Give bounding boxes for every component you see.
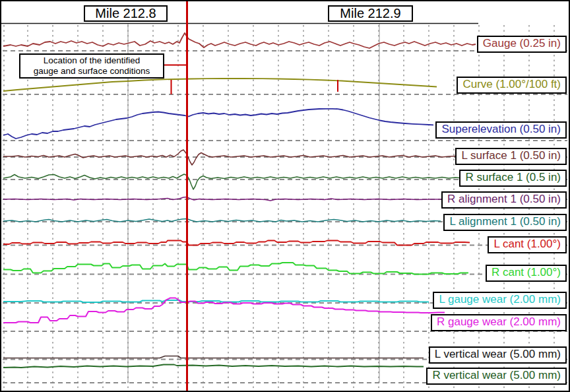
trace-superelevation	[3, 109, 433, 139]
track-geometry-chart: Mile 212.8 Mile 212.9 Location of the id…	[0, 0, 570, 392]
trace-r_vertical_wear	[3, 365, 424, 368]
annotation-box: Location of the identified gauge and sur…	[19, 53, 164, 79]
mile-section-label-left: Mile 212.8	[84, 5, 168, 22]
series-label-l_cant: L cant (1.00°)	[488, 236, 567, 253]
series-label-r_alignment_1: R alignment 1 (0.50 in)	[441, 191, 567, 209]
mile-right-text: Mile 212.9	[340, 6, 400, 21]
series-label-gauge: Gauge (0.25 in)	[477, 36, 567, 53]
mile-section-label-right: Mile 212.9	[328, 5, 413, 22]
mile-left-text: Mile 212.8	[95, 6, 156, 21]
trace-l_vertical_wear	[3, 356, 424, 358]
series-label-r_vertical_wear: R vertical wear (5.00 mm)	[426, 368, 567, 385]
series-label-l_alignment_1: L alignment 1 (0.50 in)	[443, 214, 567, 231]
series-label-r_surface_1: R surface 1 (0.5 in)	[459, 170, 567, 187]
trace-r_alignment_1	[3, 197, 442, 201]
series-label-r_cant: R cant (1.00°)	[486, 265, 567, 282]
series-label-l_surface_1: L surface 1 (0.50 in)	[455, 148, 567, 165]
trace-l_gauge_wear	[3, 300, 429, 302]
trace-r_cant	[3, 263, 468, 275]
series-label-superelevation: Superelevation (0.50 in)	[435, 121, 567, 139]
series-label-r_gauge_wear: R gauge wear (2.00 mm)	[431, 314, 567, 331]
trace-l_cant	[3, 241, 470, 245]
trace-curve	[3, 79, 437, 91]
annotation-line-1: Location of the identified	[22, 55, 162, 66]
series-label-curve: Curve (1.00°/100 ft)	[457, 77, 567, 94]
trace-l_surface_1	[3, 150, 455, 165]
trace-r_surface_1	[3, 174, 460, 189]
annotation-line-2: gauge and surface conditions	[22, 66, 162, 77]
series-label-l_vertical_wear: L vertical wear (5.00 mm)	[429, 346, 567, 364]
trace-gauge	[3, 33, 476, 48]
series-label-l_gauge_wear: L gauge wear (2.00 mm)	[433, 292, 567, 309]
